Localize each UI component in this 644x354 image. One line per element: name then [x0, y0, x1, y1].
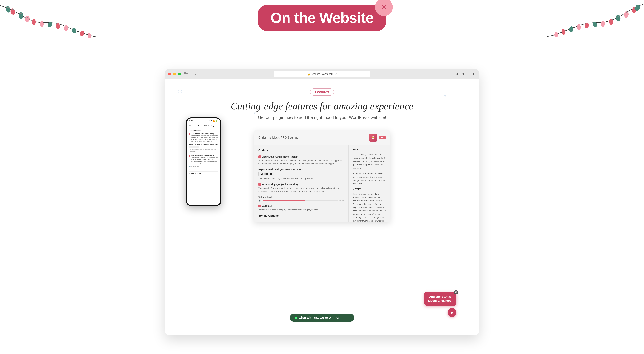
svg-point-2	[25, 15, 30, 22]
lights-right	[548, 0, 644, 68]
browser-titlebar: ‹ › 🔒 xmasmusicwp.com ↺ ⬇ ⬆ + ⊡	[165, 69, 479, 79]
phone-option-2-label: Replace music with your own MP3 or WAV	[189, 144, 218, 145]
phone-option-3-title: Play on all pages (entire website)	[192, 155, 218, 156]
svg-point-11	[88, 33, 91, 38]
settings-panel: Christmas Music PRO Settings 🎅 PRO Optio…	[254, 130, 390, 222]
svg-point-27	[554, 32, 558, 37]
settings-panel-title: Christmas Music PRO Settings	[258, 136, 298, 139]
faq-title: FAQ	[352, 148, 386, 151]
popup-text: Add some Xmas Mood! Click here!	[428, 295, 452, 302]
plus-icon[interactable]: +	[468, 72, 470, 76]
svg-rect-30	[618, 16, 619, 17]
address-bar[interactable]: 🔒 xmasmusicwp.com ↺	[274, 71, 370, 77]
features-title: Cutting-edge features for amazing experi…	[181, 100, 463, 112]
phone-styling-title: Styling Options	[189, 171, 218, 174]
settings-option-1-label: Add "Enable Xmas Mood" tooltip	[258, 155, 344, 158]
settings-faq-sidebar: FAQ 1. If something doesn't work or you'…	[348, 145, 390, 222]
popup-close-button[interactable]: ✕	[454, 290, 458, 295]
website-content: ❄ ❄ ❅ ❄ Features Cutting-edge features f…	[165, 79, 479, 335]
svg-point-17	[624, 11, 629, 18]
settings-logo: 🎅	[369, 134, 377, 142]
choose-file-button[interactable]: Choose File	[258, 172, 274, 176]
phone-time: 9:41	[190, 120, 193, 122]
chat-online-dot	[295, 317, 297, 319]
phone-option-1-title: Add "Enable Xmas Mood" tooltip	[192, 133, 218, 134]
svg-point-5	[40, 21, 44, 27]
settings-volume-label: Volume level	[258, 196, 344, 198]
volume-slider-track[interactable]	[262, 200, 338, 201]
settings-styling-title: Styling Options	[258, 214, 344, 217]
sidebar-icon[interactable]	[184, 72, 188, 76]
mobile-phone: 9:41 ▲▲▲ 📶 🔋 Christmas Music PRO Setting…	[186, 117, 222, 206]
settings-body: Options Add "Enable Xmas Mood" tooltip S…	[254, 145, 390, 222]
popup-play-button[interactable]: ▶	[448, 308, 456, 317]
svg-rect-15	[8, 7, 9, 8]
option-checkbox-3[interactable]	[258, 183, 261, 186]
svg-rect-13	[20, 13, 22, 14]
phone-signals: ▲▲▲ 📶 🔋	[207, 120, 218, 122]
browser-icons-right: ⬇ ⬆ + ⊡	[456, 72, 476, 76]
share-icon[interactable]: ⬆	[462, 72, 465, 76]
settings-option-1: Add "Enable Xmas Mood" tooltip Some brow…	[258, 155, 344, 165]
volume-slider-fill	[262, 200, 306, 201]
svg-point-22	[592, 21, 597, 28]
phone-volume-percent: 57%	[189, 169, 218, 170]
faq-text-2: 2. Please be informed, that we're not re…	[352, 172, 386, 186]
phone-volume-text: Volume level	[191, 166, 200, 167]
phone-choose-file[interactable]: Choose File	[189, 146, 199, 148]
svg-point-3	[5, 5, 11, 13]
svg-point-1	[18, 12, 23, 19]
traffic-dot-red[interactable]	[168, 72, 171, 75]
svg-rect-28	[634, 8, 635, 9]
refresh-icon[interactable]: ↺	[335, 72, 337, 76]
option-checkbox-autoplay[interactable]	[258, 205, 261, 207]
phone-content: Christmas Music PRO Settings General Opt…	[187, 123, 220, 205]
svg-point-4	[32, 19, 36, 25]
forward-button[interactable]: ›	[200, 72, 204, 76]
phone-option-1: Add "Enable Xmas Mood" tooltip Some brow…	[189, 133, 218, 142]
phone-plugin-title: Christmas Music PRO Settings	[189, 125, 218, 128]
settings-option-3-desc: You can add Christmas Music presence for…	[258, 187, 344, 193]
svg-point-25	[569, 26, 573, 32]
settings-option-1-desc: Some browsers can't allow autoplay on th…	[258, 159, 344, 165]
browser-window: ‹ › 🔒 xmasmusicwp.com ↺ ⬇ ⬆ + ⊡ ❄ ❄ ❅ ❄ …	[165, 69, 479, 335]
svg-point-9	[72, 27, 76, 34]
phone-option-3-desc: You can add Christmas Music presence for…	[192, 157, 218, 164]
svg-point-10	[80, 30, 84, 37]
traffic-dot-green[interactable]	[178, 72, 181, 75]
phone-volume: 🔊 Volume level 57%	[189, 166, 218, 170]
svg-point-7	[56, 23, 60, 29]
svg-point-26	[561, 29, 566, 35]
svg-point-0	[10, 8, 16, 15]
volume-percent-label: 57%	[340, 199, 344, 202]
phone-volume-bar	[189, 168, 218, 168]
option-checkbox-1[interactable]	[258, 155, 261, 158]
settings-volume: Volume level 🔊 57%	[258, 196, 344, 202]
phone-option-3: Play on all pages (entire website) You c…	[189, 155, 218, 164]
settings-autoplay: Autoplay If activated, audio will not pl…	[258, 205, 344, 211]
traffic-dot-yellow[interactable]	[173, 72, 176, 75]
lock-icon: 🔒	[307, 72, 310, 76]
pro-badge: PRO	[378, 136, 386, 139]
features-section: Features Cutting-edge features for amazi…	[181, 88, 463, 120]
phone-checkbox-1	[189, 133, 190, 135]
features-badge: Features	[310, 88, 334, 96]
settings-autoplay-label: Autoplay	[258, 205, 344, 207]
volume-slider-row: 🔊 57%	[258, 199, 344, 202]
download-icon[interactable]: ⬇	[456, 72, 459, 76]
phone-general-title: General Options	[189, 130, 218, 132]
settings-option-3-label: Play on all pages (entire website)	[258, 183, 344, 186]
browser-nav: ‹ ›	[193, 72, 204, 76]
back-button[interactable]: ‹	[193, 72, 198, 76]
popup-bubble[interactable]: ✕ Add some Xmas Mood! Click here!	[424, 292, 456, 306]
settings-option-2-note: This feature is currently not supported …	[258, 177, 344, 180]
svg-point-18	[616, 14, 621, 21]
chat-bar[interactable]: Chat with us, we're online!	[290, 314, 354, 322]
tabs-icon[interactable]: ⊡	[473, 72, 476, 76]
lights-left	[0, 0, 96, 68]
svg-point-24	[576, 24, 581, 30]
star-icon: ✳	[375, 0, 393, 16]
svg-rect-14	[27, 16, 28, 17]
settings-option-2: Replace music with your own MP3 or WAV C…	[258, 168, 344, 180]
notes-text: Some browsers do not allow autoplay. It …	[352, 192, 386, 222]
